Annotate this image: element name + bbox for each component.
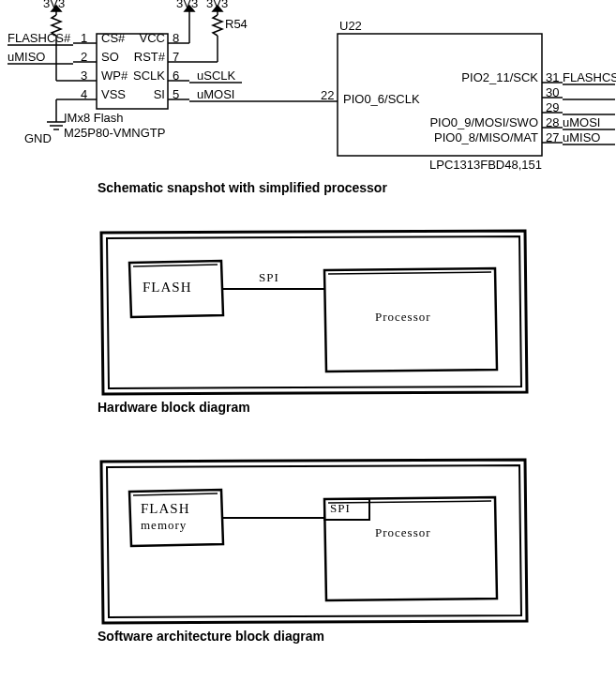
sw-proc-label: Processor xyxy=(375,525,431,540)
mcu-part: LPC1313FBD48,151 xyxy=(429,158,542,172)
rail-3v3-left: 3V3 xyxy=(43,0,65,10)
hw-caption: Hardware block diagram xyxy=(98,400,250,415)
flash-pin4-num: 4 xyxy=(81,87,87,101)
sw-spi-label: SPI xyxy=(330,501,351,516)
mcu-pin31-name: PIO2_11/SCK xyxy=(461,70,538,84)
hw-block-svg xyxy=(0,220,616,463)
flash-pin7-name: RST# xyxy=(134,50,165,64)
mcu-pin27-num: 27 xyxy=(546,130,559,144)
mcu-pin28-net: uMOSI xyxy=(563,115,600,129)
flash-pin8-num: 8 xyxy=(173,31,179,45)
mcu-pin29-num: 29 xyxy=(546,100,559,114)
hw-spi-label: SPI xyxy=(259,270,279,285)
flash-pin6-num: 6 xyxy=(173,68,179,83)
flash-pin5-name: SI xyxy=(154,87,165,101)
flash-pin6-name: SCLK xyxy=(133,68,165,83)
flash-pin2-num: 2 xyxy=(81,50,87,64)
flash-pin1-name: CS# xyxy=(101,31,125,45)
flash-pin1-num: 1 xyxy=(81,31,87,45)
net-usclk: uSCLK xyxy=(197,68,235,83)
mcu-pin27-net: uMISO xyxy=(563,130,600,144)
flash-pin4-name: VSS xyxy=(101,87,126,101)
sw-caption: Software architecture block diagram xyxy=(98,629,324,644)
net-umiso: uMISO xyxy=(8,50,45,64)
flash-title1: IMx8 Flash xyxy=(64,111,124,125)
flash-pin3-num: 3 xyxy=(81,68,87,83)
mcu-pin31-num: 31 xyxy=(546,70,559,84)
hw-proc-label: Processor xyxy=(375,310,431,325)
flash-title2: M25P80-VMNGTP xyxy=(64,126,165,140)
mcu-pin22-name: PIO0_6/SCLK xyxy=(343,92,420,106)
flash-pin2-name: SO xyxy=(101,50,119,64)
hw-flash-label: FLASH xyxy=(143,280,192,296)
flash-pin3-name: WP# xyxy=(101,68,128,83)
mcu-pin30-num: 30 xyxy=(546,85,559,99)
gnd-label: GND xyxy=(24,131,52,145)
mcu-pin31-net: FLASHCS# xyxy=(563,70,616,84)
mcu-pin28-num: 28 xyxy=(546,115,559,129)
sw-block-svg xyxy=(0,448,616,692)
net-umosi: uMOSI xyxy=(197,87,234,101)
mcu-pin22-num: 22 xyxy=(321,88,334,102)
flash-pin8-name: VCC xyxy=(140,31,165,45)
net-flashcs: FLASHCS# xyxy=(8,31,70,45)
rail-3v3-right: 3V3 xyxy=(206,0,228,10)
page: 3V3 3V3 3V3 R54 GND FLASHCS# uMISO 1 CS#… xyxy=(0,0,616,698)
sw-flash-label1: FLASH xyxy=(141,501,190,517)
r54-label: R54 xyxy=(225,17,248,31)
sw-flash-label2: memory xyxy=(141,518,187,533)
flash-pin5-num: 5 xyxy=(173,87,179,101)
mcu-pin27-name: PIO0_8/MISO/MAT xyxy=(434,130,538,144)
mcu-pin28-name: PIO0_9/MOSI/SWO xyxy=(429,115,538,129)
schematic-caption: Schematic snapshot with simplified proce… xyxy=(98,180,387,195)
flash-pin7-num: 7 xyxy=(173,50,179,64)
mcu-ref: U22 xyxy=(339,19,362,33)
rail-3v3-mid: 3V3 xyxy=(176,0,198,10)
